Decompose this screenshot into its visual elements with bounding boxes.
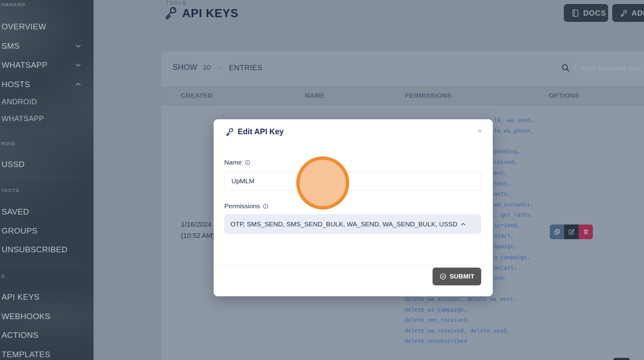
permissions-field-label: Permissions bbox=[224, 202, 269, 210]
app-root: HBOARD OVERVIEW SMS WHATSAPP HOSTS ANDRO… bbox=[0, 0, 644, 360]
name-input[interactable] bbox=[224, 171, 481, 190]
key-icon bbox=[225, 127, 234, 136]
close-icon[interactable]: ✕ bbox=[477, 127, 483, 136]
permissions-label-text: Permissions bbox=[224, 202, 260, 210]
submit-button[interactable]: SUBMIT bbox=[433, 268, 481, 285]
submit-button-label: SUBMIT bbox=[450, 273, 475, 280]
info-icon[interactable] bbox=[245, 160, 250, 165]
modal-footer-divider bbox=[214, 265, 493, 265]
chevron-up-icon bbox=[460, 221, 466, 227]
modal-title: Edit API Key bbox=[238, 127, 284, 136]
name-label-text: Name bbox=[224, 159, 242, 166]
name-field-label: Name bbox=[224, 159, 250, 166]
edit-api-key-modal: Edit API Key ✕ Name Permissions OTP, SMS… bbox=[214, 119, 493, 296]
permissions-selected-values: OTP, SMS_SEND, SMS_SEND_BULK, WA_SEND, W… bbox=[230, 220, 457, 228]
touch-indicator bbox=[296, 156, 349, 210]
info-icon[interactable] bbox=[263, 203, 269, 209]
check-circle-icon bbox=[439, 273, 447, 280]
permissions-multiselect[interactable]: OTP, SMS_SEND, SMS_SEND_BULK, WA_SEND, W… bbox=[224, 214, 481, 234]
